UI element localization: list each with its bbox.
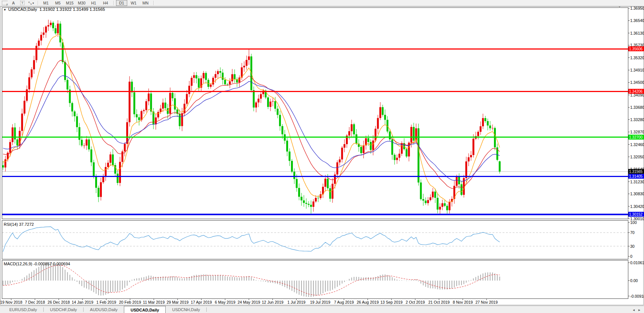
timeframe-button-h1[interactable]: H1 xyxy=(88,0,99,6)
timeframe-button-h4[interactable]: H4 xyxy=(100,0,111,6)
tab-scroll-right-icon[interactable]: ▸ xyxy=(638,308,640,312)
hline-price-label: 1.30152 xyxy=(628,212,644,217)
price-axis-tick: 1.32460 xyxy=(630,142,644,147)
chart-ohlc-values: 1.31902 1.31922 1.31499 1.31565 xyxy=(40,7,105,12)
tab-scroll-left-icon[interactable]: ◂ xyxy=(633,308,635,312)
hline-price-label: 1.32700 xyxy=(628,135,644,140)
price-axis-tick: 1.32870 xyxy=(630,130,644,134)
timeframe-button-w1[interactable]: W1 xyxy=(128,0,139,6)
chart-tab-usdchf[interactable]: USDCHF,Daily xyxy=(44,306,83,313)
timeframe-button-mn[interactable]: MN xyxy=(140,0,151,6)
price-axis-tick: 1.36950 xyxy=(630,6,644,10)
date-axis-label: 1 Jul 2019 xyxy=(287,300,305,304)
tab-separator xyxy=(206,307,207,312)
date-axis-label: 29 Mar 2019 xyxy=(166,300,188,304)
rsi-axis-tick: 100 xyxy=(630,220,637,225)
toolbar: F A T ⤡ ▼ M1M5M15M30H1H4D1W1MN xyxy=(0,0,644,6)
chart-symbol: USDCAD,Daily xyxy=(8,7,37,12)
rsi-axis-tick: 0 xyxy=(630,254,632,259)
date-axis-label: 27 Nov 2019 xyxy=(475,300,498,304)
date-axis-label: 20 Feb 2019 xyxy=(119,300,141,304)
chart-canvas[interactable] xyxy=(0,0,644,306)
cursor-mode-icon[interactable]: ⤡ ▼ xyxy=(28,0,35,6)
price-axis-tick: 1.36540 xyxy=(630,18,644,23)
price-axis-tick: 1.33280 xyxy=(630,117,644,122)
chart-tab-bar: EURUSD,DailyUSDCHF,DailyAUDUSD,DailyUSDC… xyxy=(0,306,644,313)
chart-frame-glyph: F xyxy=(2,1,7,5)
collapse-caret-icon[interactable]: ▼ xyxy=(3,8,6,12)
date-axis-label: 17 Apr 2019 xyxy=(191,300,212,304)
date-axis-label: 26 Aug 2019 xyxy=(357,300,379,304)
date-axis-label: 19 Nov 2018 xyxy=(0,300,22,304)
timeframe-button-m1[interactable]: M1 xyxy=(40,0,51,6)
price-axis-tick: 1.32050 xyxy=(630,155,644,159)
date-axis-label: 2 Oct 2019 xyxy=(406,300,425,304)
price-axis-tick: 1.34910 xyxy=(630,68,644,72)
dropdown-caret-icon: ▼ xyxy=(32,2,34,4)
hline-price-label: 1.34206 xyxy=(628,89,644,94)
macd-axis-tick: 0.00 xyxy=(630,278,638,283)
rsi-axis-tick: 70 xyxy=(630,230,635,235)
price-axis-tick: 1.36130 xyxy=(630,31,644,35)
date-axis-label: 7 Aug 2019 xyxy=(334,300,354,304)
hline-price-label: 1.35606 xyxy=(628,47,644,51)
price-axis-tick: 1.33680 xyxy=(630,105,644,110)
date-axis-label: 13 Sep 2019 xyxy=(380,300,403,304)
date-axis-label: 21 Oct 2019 xyxy=(428,300,450,304)
timeframe-button-m15[interactable]: M15 xyxy=(64,0,75,6)
date-axis-label: 26 Dec 2018 xyxy=(48,300,70,304)
date-axis-label: 1 Feb 2019 xyxy=(96,300,116,304)
rsi-label: RSI(14) 37.7272 xyxy=(4,222,34,227)
price-axis-tick: 1.31230 xyxy=(630,180,644,184)
toolbar-separator xyxy=(153,1,154,5)
date-axis-label: 7 Dec 2018 xyxy=(25,300,45,304)
app-window: F A T ⤡ ▼ M1M5M15M30H1H4D1W1MN ▼USDCAD,D… xyxy=(0,0,644,313)
timeframe-button-group: M1M5M15M30H1H4D1W1MN xyxy=(40,0,151,6)
timeframe-button-m5[interactable]: M5 xyxy=(52,0,63,6)
macd-axis-tick: -0.009181 xyxy=(630,294,644,298)
timeframe-button-m30[interactable]: M30 xyxy=(76,0,87,6)
macd-label: MACD(12,26,9) -0.000857 0.000694 xyxy=(4,262,70,266)
chart-title: ▼USDCAD,Daily 1.31902 1.31922 1.31499 1.… xyxy=(3,7,105,12)
chart-frame-icon[interactable]: F xyxy=(1,0,8,6)
current-price-label: 1.31565 xyxy=(628,169,644,174)
price-axis-tick: 1.30420 xyxy=(630,204,644,209)
toolbar-separator xyxy=(38,1,38,5)
date-axis-label: 8 Nov 2019 xyxy=(453,300,473,304)
toolbar-separator xyxy=(113,1,114,5)
price-axis-tick: 1.34500 xyxy=(630,80,644,85)
date-axis-label: 12 Jun 2019 xyxy=(262,300,284,304)
price-axis-tick: 1.35320 xyxy=(630,56,644,60)
timeframe-button-d1[interactable]: D1 xyxy=(116,0,127,6)
date-axis-label: 19 Jul 2019 xyxy=(310,300,330,304)
date-axis-label: 11 Mar 2019 xyxy=(143,300,165,304)
hline-price-label: 1.31405 xyxy=(628,174,644,179)
tab-scroll-arrows: ◂ ▸ xyxy=(633,306,644,313)
chart-tabs-group: EURUSD,DailyUSDCHF,DailyAUDUSD,DailyUSDC… xyxy=(0,306,207,313)
rsi-axis-tick: 30 xyxy=(630,244,635,249)
chart-tab-usdcad[interactable]: USDCAD,Daily xyxy=(124,306,166,313)
chart-tab-audusd[interactable]: AUDUSD,Daily xyxy=(84,306,124,313)
chart-tab-eurusd[interactable]: EURUSD,Daily xyxy=(3,306,43,313)
macd-axis-tick: 0.010615 xyxy=(630,260,644,265)
text-box-icon[interactable]: T xyxy=(19,0,26,6)
chart-tab-usdcnh[interactable]: USDCNH,Daily xyxy=(166,306,206,313)
date-axis-label: 6 May 2019 xyxy=(215,300,235,304)
text-label-icon[interactable]: A xyxy=(10,0,17,6)
price-axis-tick: 1.30830 xyxy=(630,192,644,196)
date-axis-label: 24 May 2019 xyxy=(238,300,260,304)
date-axis-label: 14 Jan 2019 xyxy=(72,300,93,304)
